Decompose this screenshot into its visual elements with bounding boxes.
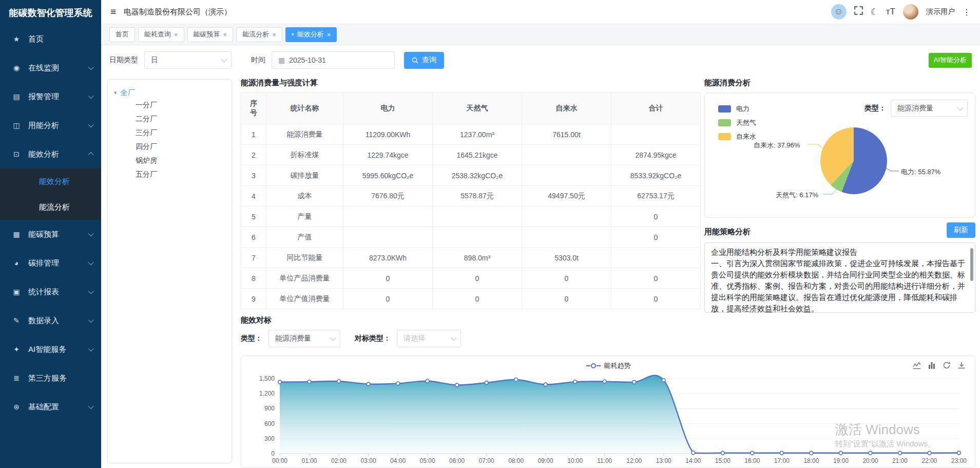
legend-swatch <box>718 105 731 113</box>
assistant-avatar[interactable]: ☺ <box>831 4 847 20</box>
svg-text:05:00: 05:00 <box>420 457 435 464</box>
tree-node[interactable]: 四分厂 <box>114 140 225 154</box>
table-cell: 单位产品消费量 <box>266 268 343 289</box>
gear-icon: ⊛ <box>11 403 22 411</box>
filter-bar: 日期类型 日 时间 ▦ 2025-10-31 查询 AI智能分析 <box>101 45 980 75</box>
sidebar-item-label: 第三方服务 <box>28 373 93 383</box>
svg-text:03:00: 03:00 <box>361 457 376 464</box>
tab-energy-flow[interactable]: 能流分析 × <box>236 27 282 42</box>
svg-text:06:00: 06:00 <box>449 457 465 464</box>
table-cell: 同比节能量 <box>266 248 343 268</box>
eye-icon: ◉ <box>11 64 22 72</box>
tree-node[interactable]: 锅炉房 <box>114 154 225 167</box>
sidebar-item-data-entry[interactable]: ✎ 数据录入 <box>0 306 101 335</box>
line-chart-icon[interactable] <box>913 361 921 369</box>
svg-text:300: 300 <box>264 435 275 442</box>
tab-label: 首页 <box>116 30 129 39</box>
date-type-value: 日 <box>151 55 217 65</box>
tree-node-root[interactable]: ▾ 全厂 <box>114 87 225 98</box>
sidebar-item-energy-use-analysis[interactable]: ◫ 用能分析 <box>0 111 101 140</box>
svg-text:09:00: 09:00 <box>538 457 553 464</box>
svg-text:12:00: 12:00 <box>626 457 642 464</box>
close-icon[interactable]: × <box>327 31 331 38</box>
kebab-menu-icon[interactable]: ⋮ <box>963 7 971 17</box>
scrollbar-thumb[interactable] <box>970 248 973 281</box>
user-avatar[interactable] <box>903 4 918 20</box>
tree-caret-icon[interactable]: ▾ <box>114 87 117 98</box>
close-icon[interactable]: × <box>223 31 227 38</box>
table-cell <box>611 248 701 268</box>
chevron-down-icon <box>88 64 93 70</box>
sidebar-item-ai-service[interactable]: ✦ AI智能服务 <box>0 335 101 364</box>
refresh-icon[interactable] <box>943 361 951 369</box>
submenu-item-efficiency-analysis[interactable]: 能效分析 <box>0 169 101 194</box>
chevron-down-icon <box>88 317 93 323</box>
close-icon[interactable]: × <box>272 31 276 38</box>
dark-mode-icon[interactable]: ☾ <box>871 7 878 17</box>
svg-text:01:00: 01:00 <box>302 457 317 464</box>
tab-energy-query[interactable]: 能耗查询 × <box>138 27 184 42</box>
legend-item[interactable]: 天然气 <box>718 118 756 127</box>
table-cell: 1229.74kgce <box>343 145 433 165</box>
legend-label: 自来水 <box>736 132 756 141</box>
submenu-item-energy-flow-analysis[interactable]: 能流分析 <box>0 194 101 220</box>
face-icon: ☺ <box>834 7 843 17</box>
table-cell: 0 <box>611 207 701 227</box>
table-cell: 1 <box>241 124 266 145</box>
table-cell <box>522 145 611 165</box>
svg-text:600: 600 <box>264 420 275 427</box>
sidebar-item-label: 报警管理 <box>28 92 89 102</box>
column-header: 电力 <box>343 93 433 124</box>
sidebar-item-basic-config[interactable]: ⊛ 基础配置 <box>0 392 101 421</box>
tree-children: 一分厂二分厂三分厂四分厂锅炉房五分厂 <box>114 98 225 181</box>
tree-node[interactable]: 五分厂 <box>114 167 225 181</box>
table-cell: 7615.00t <box>522 124 611 145</box>
sidebar-item-home[interactable]: ★ 首页 <box>0 25 101 53</box>
fullscreen-icon[interactable] <box>854 6 863 17</box>
legend-item[interactable]: 自来水 <box>718 132 756 141</box>
benchmark-type-select[interactable]: 能源消费量 <box>268 330 340 347</box>
pie-type-select[interactable]: 能源消费量 <box>891 100 968 117</box>
tree-node[interactable]: 一分厂 <box>114 98 225 112</box>
sidebar-item-carbon-budget[interactable]: ▦ 能碳预算 <box>0 220 101 249</box>
refresh-button[interactable]: 刷新 <box>947 222 975 238</box>
tab-home[interactable]: 首页 <box>109 27 135 42</box>
table-cell: 7 <box>241 248 266 268</box>
collapse-menu-icon[interactable]: ≡ <box>110 6 116 17</box>
legend-item[interactable]: 电力 <box>718 104 756 114</box>
sidebar-item-label: 用能分析 <box>28 121 89 130</box>
tree-node[interactable]: 三分厂 <box>114 126 225 140</box>
pie-label: 天然气: 6.17% <box>776 191 818 200</box>
date-input[interactable]: ▦ 2025-10-31 <box>272 51 395 69</box>
tab-carbon-budget[interactable]: 能碳预算 × <box>187 27 234 42</box>
sidebar-item-statistics-report[interactable]: ▣ 统计报表 <box>0 277 101 306</box>
sidebar-item-carbon-mgmt[interactable]: ◕ 碳排管理 <box>0 249 101 277</box>
table-cell: 898.0m³ <box>433 248 522 268</box>
date-type-select[interactable]: 日 <box>144 51 232 69</box>
svg-text:00:00: 00:00 <box>272 457 287 464</box>
content: ▾ 全厂 一分厂二分厂三分厂四分厂锅炉房五分厂 能源消费量与强度计算 序号 统计… <box>101 75 980 468</box>
query-button[interactable]: 查询 <box>404 52 444 69</box>
benchmark-category-select[interactable]: 请选择 <box>397 330 461 347</box>
table-cell: 成本 <box>266 186 343 207</box>
table-cell: 1645.21kgce <box>433 145 522 165</box>
table-cell: 5303.0t <box>522 248 611 268</box>
sidebar-item-third-party[interactable]: ≣ 第三方服务 <box>0 364 101 392</box>
sidebar-item-alarm-mgmt[interactable]: ▤ 报警管理 <box>0 82 101 111</box>
table-cell: 0 <box>343 268 433 289</box>
table-row: 4成本7676.80元5578.87元49497.50元62753.17元 <box>241 186 701 207</box>
download-icon[interactable] <box>957 361 966 369</box>
font-size-icon[interactable]: ᴛT <box>886 7 895 17</box>
ai-analysis-button[interactable]: AI智能分析 <box>929 53 972 68</box>
tab-efficiency-analysis[interactable]: ● 能效分析 × <box>285 27 337 42</box>
sidebar-item-efficiency-analysis[interactable]: ⊡ 能效分析 <box>0 140 101 169</box>
star-icon: ★ <box>11 35 22 43</box>
table-cell <box>343 227 433 248</box>
bar-chart-icon[interactable] <box>928 361 936 369</box>
energy-analysis-icon: ◫ <box>11 121 22 129</box>
trend-legend-item[interactable]: 能耗趋势 <box>241 361 975 370</box>
close-icon[interactable]: × <box>174 31 178 38</box>
table-cell: 7676.80元 <box>343 186 433 207</box>
tree-node[interactable]: 二分厂 <box>114 112 225 126</box>
sidebar-item-online-monitor[interactable]: ◉ 在线监测 <box>0 53 101 82</box>
